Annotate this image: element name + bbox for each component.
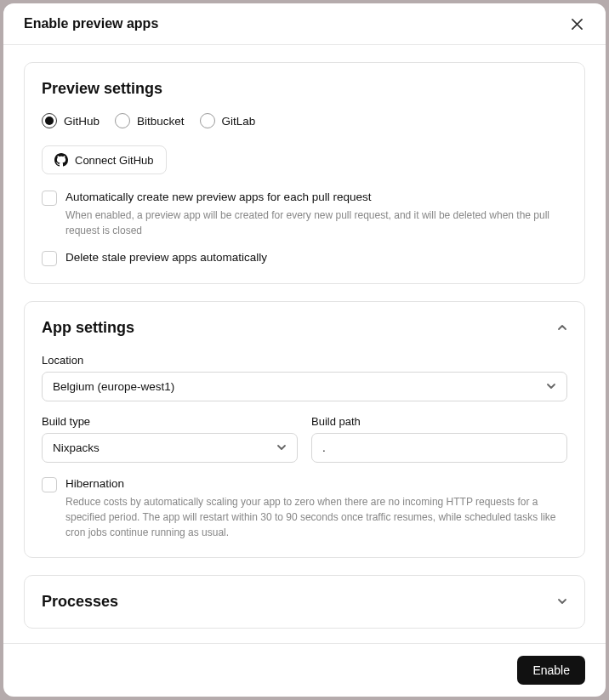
radio-bitbucket[interactable]: Bitbucket	[115, 113, 185, 128]
checkbox-auto-create-label: Automatically create new preview apps fo…	[65, 190, 567, 206]
location-select[interactable]: Belgium (europe-west1)	[42, 372, 567, 401]
processes-card: Processes	[24, 575, 585, 629]
checkbox-hibernation-desc: Reduce costs by automatically scaling yo…	[65, 494, 567, 540]
build-path-input[interactable]	[311, 433, 567, 463]
checkbox-auto-create[interactable]	[42, 191, 57, 206]
checkbox-auto-create-content: Automatically create new preview apps fo…	[65, 190, 567, 238]
chevron-up-icon	[557, 322, 567, 333]
processes-header[interactable]: Processes	[25, 576, 584, 628]
checkbox-delete-stale-row: Delete stale preview apps automatically	[42, 250, 567, 266]
radio-circle-unselected	[115, 113, 130, 128]
github-icon	[54, 153, 68, 167]
checkbox-auto-create-row: Automatically create new preview apps fo…	[42, 190, 567, 238]
radio-circle-selected	[42, 113, 57, 128]
checkbox-hibernation-row: Hibernation Reduce costs by automaticall…	[42, 476, 567, 540]
connect-github-button[interactable]: Connect GitHub	[42, 145, 167, 174]
checkbox-hibernation-label: Hibernation	[65, 476, 567, 492]
build-path-label: Build path	[311, 415, 567, 428]
radio-gitlab[interactable]: GitLab	[200, 113, 256, 128]
checkbox-delete-stale-label: Delete stale preview apps automatically	[65, 250, 567, 266]
app-settings-card: App settings Location Belgium (europe-we…	[24, 301, 585, 558]
chevron-down-icon	[546, 381, 556, 391]
radio-github[interactable]: GitHub	[42, 113, 100, 128]
build-type-value: Nixpacks	[53, 441, 100, 454]
radio-label-bitbucket: Bitbucket	[137, 115, 185, 128]
location-field: Location Belgium (europe-west1)	[42, 354, 567, 401]
checkbox-hibernation[interactable]	[42, 477, 57, 492]
chevron-down-icon	[557, 596, 567, 606]
radio-circle-unselected	[200, 113, 215, 128]
preview-settings-card: Preview settings GitHub Bitbucket GitLab	[24, 62, 585, 284]
modal-title: Enable preview apps	[24, 16, 158, 31]
close-button[interactable]	[568, 15, 585, 32]
checkbox-delete-stale-content: Delete stale preview apps automatically	[65, 250, 567, 266]
radio-label-gitlab: GitLab	[222, 115, 256, 128]
build-path-field: Build path	[311, 415, 567, 463]
location-value: Belgium (europe-west1)	[53, 380, 174, 393]
close-icon	[572, 19, 583, 30]
radio-label-github: GitHub	[64, 115, 100, 128]
app-settings-title: App settings	[42, 319, 134, 337]
preview-settings-title: Preview settings	[42, 80, 567, 98]
app-settings-body: Location Belgium (europe-west1) Build ty…	[25, 354, 584, 557]
checkbox-hibernation-content: Hibernation Reduce costs by automaticall…	[65, 476, 567, 540]
provider-radio-group: GitHub Bitbucket GitLab	[42, 113, 567, 128]
processes-title: Processes	[42, 593, 118, 611]
modal-footer: Enable	[3, 643, 606, 697]
build-type-field: Build type Nixpacks	[42, 415, 298, 463]
modal-body: Preview settings GitHub Bitbucket GitLab	[3, 45, 606, 643]
location-label: Location	[42, 354, 567, 367]
modal-header: Enable preview apps	[3, 3, 606, 45]
build-row: Build type Nixpacks Build path	[42, 415, 567, 463]
enable-button[interactable]: Enable	[517, 656, 585, 685]
radio-dot	[45, 117, 54, 125]
modal-enable-preview-apps: Enable preview apps Preview settings Git…	[3, 3, 606, 697]
build-type-label: Build type	[42, 415, 298, 428]
checkbox-auto-create-desc: When enabled, a preview app will be crea…	[65, 208, 567, 238]
connect-github-label: Connect GitHub	[75, 154, 154, 167]
build-type-select[interactable]: Nixpacks	[42, 433, 298, 463]
chevron-down-icon	[276, 442, 287, 452]
app-settings-header[interactable]: App settings	[25, 302, 584, 354]
checkbox-delete-stale[interactable]	[42, 251, 57, 266]
